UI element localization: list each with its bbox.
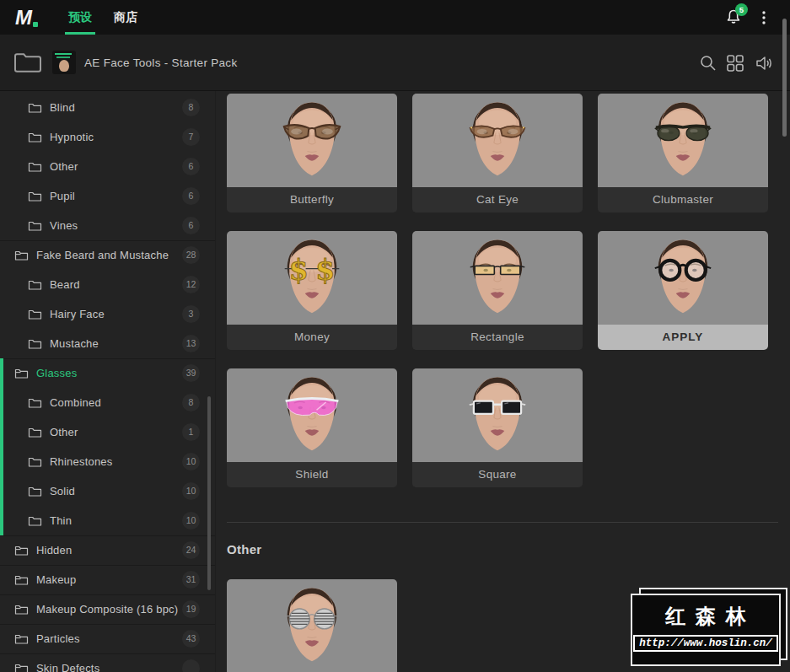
sidebar-item-label: Beard xyxy=(50,278,80,291)
preset-thumbnail: $$ xyxy=(227,231,397,325)
apply-button[interactable]: APPLY xyxy=(598,325,768,350)
preset-card-money[interactable]: $$Money xyxy=(227,231,397,350)
preset-thumbnail xyxy=(412,231,583,325)
category-sidebar: Blind8Hypnotic7Other6Pupil6Vines6Fake Be… xyxy=(0,91,215,672)
folder-icon xyxy=(28,486,42,497)
sidebar-item-particles[interactable]: Particles43 xyxy=(0,624,215,653)
item-count-badge: 6 xyxy=(182,158,200,175)
sidebar-item-combined[interactable]: Combined8 xyxy=(0,388,215,417)
folder-group-icon xyxy=(14,368,29,379)
sidebar-item-blind[interactable]: Blind8 xyxy=(0,93,215,122)
preset-label: Clubmaster xyxy=(598,187,768,212)
tab-presets[interactable]: 预设 xyxy=(57,0,103,35)
grid-view-button[interactable] xyxy=(726,54,744,73)
preset-card-butterfly[interactable]: Butterfly xyxy=(227,94,397,212)
svg-text:$: $ xyxy=(289,254,309,287)
pack-thumbnail[interactable] xyxy=(52,51,76,74)
sound-toggle-button[interactable] xyxy=(755,54,773,73)
folder-icon xyxy=(28,161,42,173)
preset-card-rectangle[interactable]: Rectangle xyxy=(412,231,583,350)
notification-count-badge: 5 xyxy=(735,3,748,16)
folder-icon xyxy=(28,338,42,350)
sidebar-item-rhinestones[interactable]: Rhinestones10 xyxy=(0,447,215,476)
preset-card-apply[interactable]: APPLY xyxy=(598,231,768,350)
pack-header: AE Face Tools - Starter Pack xyxy=(0,35,790,91)
sidebar-item-label: Fake Beard and Mustache xyxy=(36,249,169,261)
sidebar-item-thin[interactable]: Thin10 xyxy=(0,506,215,535)
content-scrollbar[interactable] xyxy=(782,19,787,137)
sidebar-item-other[interactable]: Other6 xyxy=(0,152,215,181)
sidebar-item-vines[interactable]: Vines6 xyxy=(0,211,215,240)
back-to-folders-button[interactable] xyxy=(13,51,42,74)
sidebar-item-label: Glasses xyxy=(36,367,77,379)
motionbro-logo-icon[interactable]: M xyxy=(15,5,44,30)
face-preview xyxy=(271,97,352,187)
sidebar-item-skin-defects[interactable]: Skin Defects xyxy=(0,653,215,672)
sidebar-scrollbar[interactable] xyxy=(207,396,211,590)
preset-label: Shield xyxy=(227,462,397,487)
folder-icon xyxy=(28,397,42,409)
sidebar-item-beard[interactable]: Beard12 xyxy=(0,270,215,299)
sidebar-item-label: Pupil xyxy=(50,190,75,202)
sidebar-item-hypnotic[interactable]: Hypnotic7 xyxy=(0,122,215,152)
sidebar-item-label: Particles xyxy=(36,632,80,645)
preset-card[interactable] xyxy=(227,579,397,672)
folder-group-icon xyxy=(14,250,29,261)
preset-thumbnail xyxy=(227,579,397,672)
preset-content: ButterflyCat EyeClubmaster$$MoneyRectang… xyxy=(215,91,790,672)
sidebar-item-hairy-face[interactable]: Hairy Face3 xyxy=(0,299,215,329)
sidebar-item-label: Vines xyxy=(50,219,78,232)
top-bar: M 预设商店 5 xyxy=(0,0,790,35)
item-count-badge: 43 xyxy=(182,630,200,648)
item-count-badge: 10 xyxy=(182,512,200,530)
item-count-badge: 10 xyxy=(182,482,200,500)
notifications-button[interactable]: 5 xyxy=(725,8,744,28)
folder-icon xyxy=(28,102,42,114)
preset-card-cat-eye[interactable]: Cat Eye xyxy=(412,94,583,212)
face-preview xyxy=(642,234,723,325)
item-count-badge: 8 xyxy=(182,394,200,411)
folder-group-icon xyxy=(14,574,29,586)
sidebar-item-makeup-composite-16-bpc-[interactable]: Makeup Composite (16 bpc)19 xyxy=(0,594,215,624)
sidebar-item-makeup[interactable]: Makeup31 xyxy=(0,565,215,594)
preset-label: Cat Eye xyxy=(412,187,583,212)
item-count-badge: 28 xyxy=(182,246,200,264)
sidebar-item-label: Makeup xyxy=(36,573,76,586)
sidebar-item-solid[interactable]: Solid10 xyxy=(0,476,215,506)
sidebar-item-mustache[interactable]: Mustache13 xyxy=(0,329,215,358)
tab-store[interactable]: 商店 xyxy=(103,0,148,35)
preset-card-clubmaster[interactable]: Clubmaster xyxy=(598,94,768,212)
folder-icon xyxy=(28,309,42,320)
svg-text:$: $ xyxy=(315,254,335,287)
preset-card-square[interactable]: Square xyxy=(412,368,583,487)
sidebar-item-label: Other xyxy=(50,426,78,438)
preset-label: Rectangle xyxy=(412,325,583,350)
sidebar-item-pupil[interactable]: Pupil6 xyxy=(0,181,215,211)
sidebar-item-other[interactable]: Other1 xyxy=(0,417,215,447)
sidebar-item-label: Mustache xyxy=(50,337,99,350)
folder-group-icon xyxy=(14,604,29,616)
folder-icon xyxy=(28,515,42,527)
watermark-url: http://www.hoslin.cn/ xyxy=(633,635,778,652)
pack-title: AE Face Tools - Starter Pack xyxy=(84,35,237,91)
category-list: Blind8Hypnotic7Other6Pupil6Vines6Fake Be… xyxy=(0,93,215,672)
sidebar-item-hidden[interactable]: Hidden24 xyxy=(0,535,215,565)
preset-card-shield[interactable]: Shield xyxy=(227,368,397,487)
folder-group-icon xyxy=(14,633,29,645)
watermark-title: 红森林 xyxy=(655,603,756,630)
menu-button[interactable] xyxy=(758,8,770,27)
logo-dot xyxy=(33,22,38,27)
search-button[interactable] xyxy=(699,54,717,73)
sidebar-item-glasses[interactable]: Glasses39 xyxy=(0,358,215,388)
folder-icon xyxy=(13,51,42,74)
folder-group-icon xyxy=(14,663,29,672)
item-count-badge: 7 xyxy=(182,128,200,146)
preset-label: Square xyxy=(412,462,583,487)
item-count-badge: 13 xyxy=(182,335,200,352)
preset-thumbnail xyxy=(412,94,583,187)
sidebar-item-fake-beard-and-mustache[interactable]: Fake Beard and Mustache28 xyxy=(0,240,215,270)
sidebar-item-label: Rhinestones xyxy=(50,455,112,468)
folder-icon xyxy=(28,220,42,232)
folder-icon xyxy=(28,191,42,202)
preset-thumbnail xyxy=(227,368,397,462)
